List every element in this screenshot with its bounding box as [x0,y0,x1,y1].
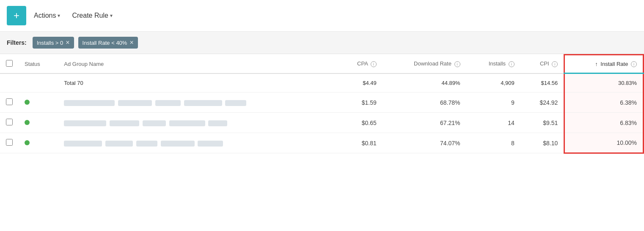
th-cpi: CPI i [520,55,564,73]
row3-download-rate: 74.07% [383,133,466,153]
total-row: Total 70 $4.49 44.89% 4,909 $14.56 30.83… [0,73,644,92]
row1-cpa: $1.59 [338,92,383,113]
row2-installs: 14 [466,113,520,133]
table-row: $0.65 67.21% 14 $9.51 6.83% [0,113,644,133]
row3-name-blur4 [161,141,195,147]
actions-label: Actions [34,12,56,19]
row1-status-dot [25,100,30,105]
row2-download-rate: 67.21% [383,113,466,133]
actions-chevron-icon: ▾ [58,13,60,19]
row1-name-blur3 [155,100,181,106]
select-all-checkbox[interactable] [6,60,13,67]
filters-bar: Filters: Installs > 0 × Install Rate < 4… [0,32,644,54]
row2-name [58,113,337,133]
total-cpi: $14.56 [520,73,564,92]
row2-cpi: $9.51 [520,113,564,133]
main-table: Status Ad Group Name CPA i Download Rate… [0,54,644,154]
th-status: Status [19,55,58,73]
row1-installs: 9 [466,92,520,113]
row3-cpi: $8.10 [520,133,564,153]
row3-checkbox-cell [0,133,19,153]
row3-name-blur3 [136,141,157,147]
row2-name-blur4 [169,120,205,126]
install-rate-sort-icon: ↑ [595,61,598,67]
toolbar: + Actions ▾ Create Rule ▾ [0,0,644,32]
row2-name-blur5 [208,120,227,126]
add-button[interactable]: + [7,6,26,25]
row3-name-blur1 [64,141,102,147]
row1-cpi: $24.92 [520,92,564,113]
row1-name-blur5 [225,100,246,106]
row3-name-blur5 [198,141,223,147]
install-rate-info-icon: i [631,61,637,67]
total-cpa: $4.49 [338,73,383,92]
plus-icon: + [14,10,19,22]
table-header-row: Status Ad Group Name CPA i Download Rate… [0,55,644,73]
th-install-rate[interactable]: ↑ Install Rate i [564,55,644,73]
row1-name [58,92,337,113]
row2-name-blur3 [143,120,166,126]
filter-chip-installs-text: Installs > 0 [37,40,63,46]
table-container: Status Ad Group Name CPA i Download Rate… [0,54,644,154]
row2-checkbox[interactable] [6,119,13,125]
actions-dropdown[interactable]: Actions ▾ [30,8,64,23]
table-row: $1.59 68.78% 9 $24.92 6.38% [0,92,644,113]
th-installs: Installs i [466,55,520,73]
row3-status [19,133,58,153]
row3-checkbox[interactable] [6,139,13,146]
row2-status-dot [25,120,30,125]
row2-status [19,113,58,133]
row1-name-blur1 [64,100,115,106]
row1-checkbox-cell [0,92,19,113]
cpa-info-icon: i [371,61,377,67]
row1-download-rate: 68.78% [383,92,466,113]
filter-chip-installs: Installs > 0 × [33,37,74,49]
row1-install-rate: 6.38% [564,92,644,113]
row2-cpa: $0.65 [338,113,383,133]
th-cpa: CPA i [338,55,383,73]
total-download-rate: 44.89% [383,73,466,92]
filter-chip-install-rate: Install Rate < 40% × [78,37,138,49]
filter-chip-install-rate-text: Install Rate < 40% [83,40,127,46]
row1-name-blur4 [184,100,222,106]
filters-label: Filters: [7,39,27,46]
row3-install-rate: 10.00% [564,133,644,153]
total-status-cell [19,73,58,92]
download-rate-info-icon: i [454,61,460,67]
row3-installs: 8 [466,133,520,153]
row3-name-blur2 [105,141,133,147]
cpi-info-icon: i [552,61,558,67]
total-installs: 4,909 [466,73,520,92]
row3-status-dot [25,140,30,145]
row2-checkbox-cell [0,113,19,133]
total-install-rate: 30.83% [564,73,644,92]
table-row: $0.81 74.07% 8 $8.10 10.00% [0,133,644,153]
row1-status [19,92,58,113]
filter-chip-install-rate-remove[interactable]: × [129,39,133,46]
create-rule-chevron-icon: ▾ [110,13,113,19]
th-checkbox [0,55,19,73]
th-ad-group-name: Ad Group Name [58,55,337,73]
total-checkbox-cell [0,73,19,92]
row2-name-blur2 [110,120,139,126]
create-rule-label: Create Rule [72,12,108,19]
create-rule-dropdown[interactable]: Create Rule ▾ [68,8,116,23]
row2-name-blur1 [64,120,106,126]
row1-checkbox[interactable] [6,98,13,105]
row1-name-blur2 [118,100,152,106]
row3-cpa: $0.81 [338,133,383,153]
th-download-rate: Download Rate i [383,55,466,73]
row2-install-rate: 6.83% [564,113,644,133]
row3-name [58,133,337,153]
installs-info-icon: i [509,61,515,67]
total-label-cell: Total 70 [58,73,337,92]
filter-chip-installs-remove[interactable]: × [66,39,69,46]
